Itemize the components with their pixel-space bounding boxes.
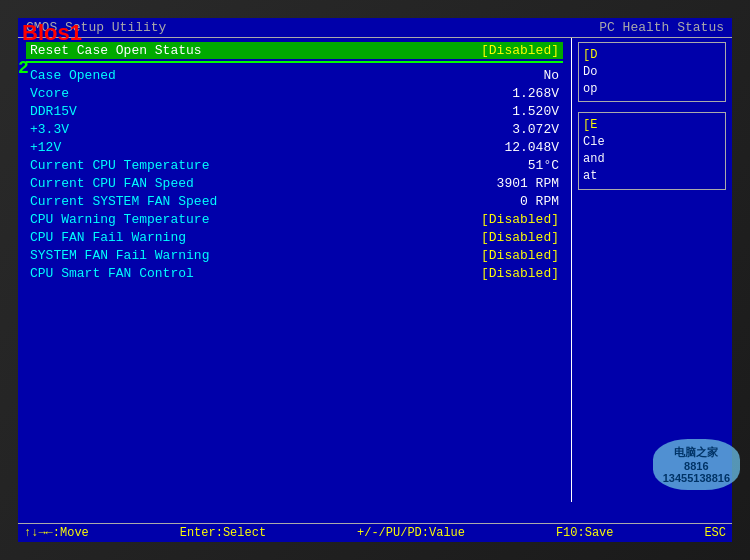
f10-hint: F10:Save bbox=[556, 526, 614, 540]
watermark: 电脑之家 8816 13455138816 bbox=[653, 439, 740, 490]
table-row: Current CPU FAN Speed 3901 RPM bbox=[26, 175, 563, 192]
table-row: Case Opened No bbox=[26, 67, 563, 84]
green-separator bbox=[26, 61, 563, 63]
row-value: 3.072V bbox=[512, 122, 559, 137]
table-row: CPU FAN Fail Warning [Disabled] bbox=[26, 229, 563, 246]
row-label: Current CPU Temperature bbox=[30, 158, 209, 173]
right-section-1: [D Do op bbox=[578, 42, 726, 102]
row-value: [Disabled] bbox=[481, 212, 559, 227]
selected-row[interactable]: Reset Case Open Status [Disabled] bbox=[26, 42, 563, 59]
table-row: Current SYSTEM FAN Speed 0 RPM bbox=[26, 193, 563, 210]
row-value: No bbox=[543, 68, 559, 83]
table-row: Current CPU Temperature 51°C bbox=[26, 157, 563, 174]
row-value: [Disabled] bbox=[481, 230, 559, 245]
right-text-and: and bbox=[583, 151, 721, 168]
table-row: DDR15V 1.520V bbox=[26, 103, 563, 120]
nav-hint: ↑↓→←:Move bbox=[24, 526, 89, 540]
watermark-site: 电脑之家 bbox=[663, 445, 730, 460]
watermark-contact: 13455138816 bbox=[663, 472, 730, 484]
right-bracket-2: [E bbox=[583, 117, 721, 134]
blos1-label: Blos1 bbox=[18, 18, 86, 48]
row-label: Vcore bbox=[30, 86, 69, 101]
right-text-op: op bbox=[583, 81, 721, 98]
table-row: SYSTEM FAN Fail Warning [Disabled] bbox=[26, 247, 563, 264]
row-label: CPU Smart FAN Control bbox=[30, 266, 194, 281]
table-row: Vcore 1.268V bbox=[26, 85, 563, 102]
row-label: +3.3V bbox=[30, 122, 69, 137]
row-label: CPU Warning Temperature bbox=[30, 212, 209, 227]
row-value: 51°C bbox=[528, 158, 559, 173]
monitor-frame: CMOS Setup Utility PC Health Status Rese… bbox=[0, 0, 750, 560]
selected-row-value: [Disabled] bbox=[481, 43, 559, 58]
row-label: SYSTEM FAN Fail Warning bbox=[30, 248, 209, 263]
value-hint: +/-/PU/PD:Value bbox=[357, 526, 465, 540]
row-value: 3901 RPM bbox=[497, 176, 559, 191]
row-number: 2 bbox=[18, 58, 29, 78]
row-label: CPU FAN Fail Warning bbox=[30, 230, 186, 245]
left-panel: Reset Case Open Status [Disabled] Case O… bbox=[18, 38, 572, 502]
row-value: 12.048V bbox=[504, 140, 559, 155]
right-text-cle: Cle bbox=[583, 134, 721, 151]
watermark-number: 8816 bbox=[663, 460, 730, 472]
right-text-at: at bbox=[583, 168, 721, 185]
bios-screen: CMOS Setup Utility PC Health Status Rese… bbox=[18, 18, 732, 542]
table-row: CPU Smart FAN Control [Disabled] bbox=[26, 265, 563, 282]
row-label: +12V bbox=[30, 140, 61, 155]
row-label: DDR15V bbox=[30, 104, 77, 119]
right-text-do: Do bbox=[583, 64, 721, 81]
right-panel: [D Do op [E Cle and at bbox=[572, 38, 732, 502]
row-value: 0 RPM bbox=[520, 194, 559, 209]
bottom-bar: ↑↓→←:Move Enter:Select +/-/PU/PD:Value F… bbox=[18, 523, 732, 542]
top-bar: CMOS Setup Utility PC Health Status bbox=[18, 18, 732, 38]
table-row: +12V 12.048V bbox=[26, 139, 563, 156]
top-bar-right-text: PC Health Status bbox=[599, 20, 724, 35]
row-value: 1.268V bbox=[512, 86, 559, 101]
row-label: Current CPU FAN Speed bbox=[30, 176, 194, 191]
row-label: Case Opened bbox=[30, 68, 116, 83]
table-row: +3.3V 3.072V bbox=[26, 121, 563, 138]
row-value: [Disabled] bbox=[481, 266, 559, 281]
row-label: Current SYSTEM FAN Speed bbox=[30, 194, 217, 209]
table-row: CPU Warning Temperature [Disabled] bbox=[26, 211, 563, 228]
right-section-2: [E Cle and at bbox=[578, 112, 726, 189]
row-value: 1.520V bbox=[512, 104, 559, 119]
right-bracket-1: [D bbox=[583, 47, 721, 64]
enter-hint: Enter:Select bbox=[180, 526, 266, 540]
row-value: [Disabled] bbox=[481, 248, 559, 263]
esc-hint: ESC bbox=[704, 526, 726, 540]
main-content: Reset Case Open Status [Disabled] Case O… bbox=[18, 38, 732, 502]
